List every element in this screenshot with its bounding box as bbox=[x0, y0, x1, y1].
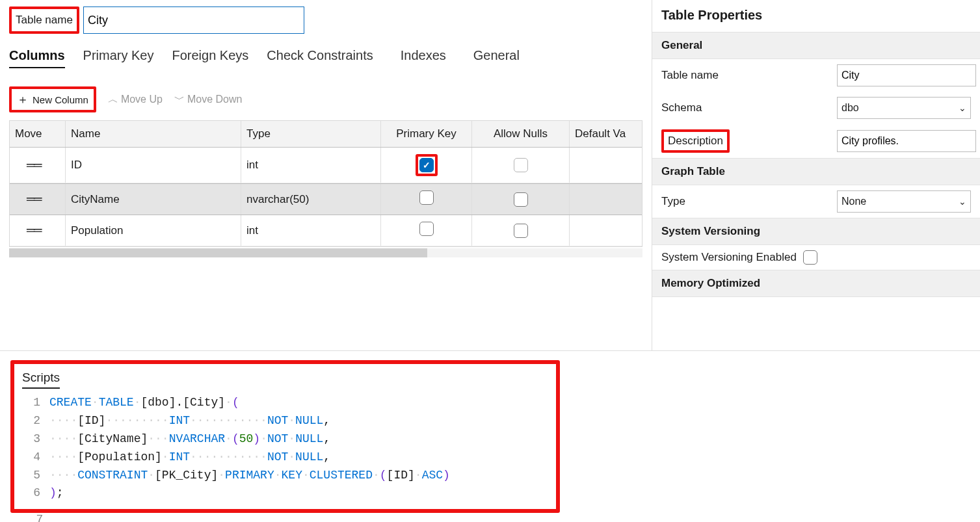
prop-type-value: None bbox=[841, 196, 866, 207]
table-row[interactable]: ══Populationint bbox=[10, 215, 642, 246]
move-up-button[interactable]: ︿ Move Up bbox=[108, 93, 163, 107]
table-row[interactable]: ══CityNamenvarchar(50) bbox=[10, 183, 642, 215]
sysversion-checkbox[interactable] bbox=[803, 250, 817, 265]
column-actions: ＋ New Column ︿ Move Up ﹀ Move Down bbox=[9, 86, 642, 112]
allow-nulls-checkbox bbox=[514, 158, 528, 172]
prop-description-label: Description bbox=[668, 135, 723, 148]
new-column-button[interactable]: ＋ New Column bbox=[9, 86, 96, 112]
plus-icon: ＋ bbox=[17, 92, 29, 107]
drag-handle-icon[interactable]: ══ bbox=[15, 159, 41, 172]
chevron-down-icon: ⌄ bbox=[959, 103, 966, 113]
column-type[interactable]: nvarchar(50) bbox=[246, 193, 309, 206]
app-root: Table name Columns Primary Key Foreign K… bbox=[0, 0, 980, 522]
columns-grid-header: Move Name Type Primary Key Allow Nulls D… bbox=[10, 121, 642, 148]
allow-nulls-checkbox[interactable] bbox=[514, 224, 528, 238]
prop-type-row: Type None ⌄ bbox=[652, 185, 980, 218]
prop-schema-label: Schema bbox=[661, 101, 830, 114]
tab-columns[interactable]: Columns bbox=[9, 48, 65, 68]
allow-nulls-checkbox[interactable] bbox=[514, 192, 528, 207]
scripts-region: Scripts 1CREATE·TABLE·[dbo].[City]·(2···… bbox=[0, 351, 980, 522]
tab-check-constraints[interactable]: Check Constraints bbox=[267, 48, 373, 68]
chevron-down-icon: ⌄ bbox=[959, 196, 966, 207]
chevron-up-icon: ︿ bbox=[108, 93, 118, 107]
drag-handle-icon[interactable]: ══ bbox=[15, 192, 41, 206]
column-type[interactable]: int bbox=[246, 224, 258, 237]
prop-sysversion-label: System Versioning Enabled bbox=[661, 251, 797, 264]
prop-sysversion-row: System Versioning Enabled bbox=[652, 245, 980, 270]
upper-region: Table name Columns Primary Key Foreign K… bbox=[0, 0, 980, 351]
prop-description-label-wrap: Description bbox=[661, 129, 830, 153]
column-type[interactable]: int bbox=[246, 159, 258, 172]
header-allow-nulls: Allow Nulls bbox=[472, 121, 570, 147]
primary-key-highlight bbox=[416, 154, 438, 176]
designer-pane: Table name Columns Primary Key Foreign K… bbox=[0, 0, 652, 350]
column-name[interactable]: ID bbox=[71, 159, 82, 172]
sql-code-block[interactable]: 1CREATE·TABLE·[dbo].[City]·(2····[ID]···… bbox=[22, 394, 548, 502]
prop-description-row: Description bbox=[652, 124, 980, 158]
prop-schema-select[interactable]: dbo ⌄ bbox=[837, 97, 971, 119]
columns-grid: Move Name Type Primary Key Allow Nulls D… bbox=[9, 120, 642, 247]
columns-grid-body: ══IDint══CityNamenvarchar(50)══Populatio… bbox=[10, 148, 642, 246]
new-column-label: New Column bbox=[33, 94, 88, 105]
tab-general[interactable]: General bbox=[473, 48, 520, 68]
scripts-tab[interactable]: Scripts bbox=[22, 371, 60, 389]
move-up-label: Move Up bbox=[121, 94, 163, 105]
chevron-down-icon: ﹀ bbox=[174, 93, 185, 107]
primary-key-checkbox[interactable] bbox=[419, 222, 434, 236]
section-memory-optimized: Memory Optimized bbox=[652, 270, 980, 297]
properties-title: Table Properties bbox=[652, 7, 980, 32]
header-default-value: Default Va bbox=[570, 121, 642, 147]
column-name[interactable]: Population bbox=[71, 224, 123, 237]
prop-description-highlight: Description bbox=[661, 129, 730, 153]
table-name-input[interactable] bbox=[83, 7, 304, 34]
header-name: Name bbox=[66, 121, 241, 147]
primary-key-checkbox[interactable] bbox=[419, 190, 434, 205]
scripts-highlight: Scripts 1CREATE·TABLE·[dbo].[City]·(2···… bbox=[10, 360, 560, 513]
table-name-label-highlight: Table name bbox=[9, 7, 79, 34]
tab-foreign-keys[interactable]: Foreign Keys bbox=[172, 48, 248, 68]
section-graph-table: Graph Table bbox=[652, 158, 980, 185]
table-name-label: Table name bbox=[16, 14, 73, 27]
move-down-label: Move Down bbox=[187, 94, 242, 105]
prop-table-name-input[interactable] bbox=[837, 64, 976, 86]
header-type: Type bbox=[241, 121, 381, 147]
scrollbar-thumb[interactable] bbox=[9, 248, 427, 257]
drag-handle-icon[interactable]: ══ bbox=[15, 224, 41, 237]
prop-schema-row: Schema dbo ⌄ bbox=[652, 92, 980, 124]
prop-table-name-row: Table name bbox=[652, 59, 980, 92]
table-name-row: Table name bbox=[9, 7, 642, 34]
prop-type-select[interactable]: None ⌄ bbox=[837, 190, 971, 213]
prop-description-input[interactable] bbox=[837, 130, 976, 152]
section-general: General bbox=[652, 32, 980, 59]
move-down-button[interactable]: ﹀ Move Down bbox=[174, 93, 242, 107]
primary-key-checkbox[interactable] bbox=[419, 158, 434, 172]
tab-primary-key[interactable]: Primary Key bbox=[83, 48, 154, 68]
properties-pane: Table Properties General Table name Sche… bbox=[652, 0, 980, 350]
tab-indexes[interactable]: Indexes bbox=[401, 48, 446, 68]
prop-type-label: Type bbox=[661, 195, 830, 208]
prop-table-name-label: Table name bbox=[661, 69, 830, 82]
section-system-versioning: System Versioning bbox=[652, 218, 980, 245]
table-row[interactable]: ══IDint bbox=[10, 148, 642, 183]
column-name[interactable]: CityName bbox=[71, 193, 120, 206]
prop-schema-value: dbo bbox=[841, 102, 859, 114]
header-move: Move bbox=[10, 121, 66, 147]
trailing-line-number: 7 bbox=[22, 513, 970, 522]
grid-horizontal-scrollbar[interactable] bbox=[9, 248, 642, 257]
designer-tabs: Columns Primary Key Foreign Keys Check C… bbox=[9, 48, 642, 68]
header-primary-key: Primary Key bbox=[381, 121, 472, 147]
